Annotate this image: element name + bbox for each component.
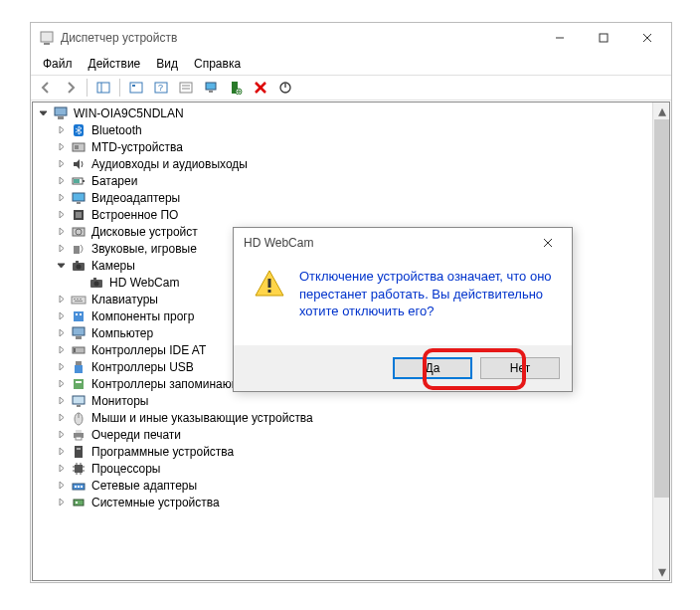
menu-view[interactable]: Вид — [148, 55, 186, 73]
svg-rect-68 — [75, 446, 83, 458]
tree-label: Аудиовходы и аудиовыходы — [89, 157, 250, 171]
computer-icon — [71, 325, 87, 341]
svg-rect-50 — [74, 311, 84, 321]
expander-icon[interactable] — [55, 191, 68, 204]
expander-icon[interactable] — [55, 360, 68, 373]
svg-rect-16 — [209, 91, 213, 93]
svg-rect-12 — [180, 83, 192, 93]
tree-root[interactable]: WIN-OIA9C5NDLAN — [33, 104, 652, 121]
menu-help[interactable]: Справка — [186, 55, 249, 73]
svg-rect-59 — [74, 379, 84, 389]
separator — [87, 79, 88, 97]
expander-icon[interactable] — [55, 309, 68, 322]
svg-rect-87 — [268, 279, 271, 288]
svg-rect-38 — [74, 246, 80, 254]
tree-label: Сетевые адаптеры — [89, 479, 199, 493]
close-button[interactable] — [625, 23, 669, 53]
tree-node[interactable]: Батареи — [33, 172, 652, 189]
toolbar-uninstall[interactable] — [250, 77, 271, 99]
tree-node[interactable]: Bluetooth — [33, 121, 652, 138]
monitor-icon — [71, 393, 87, 409]
toolbar-computer[interactable] — [200, 77, 222, 99]
expander-icon[interactable] — [55, 123, 68, 136]
tree-node[interactable]: Встроенное ПО — [33, 206, 652, 223]
yes-button[interactable]: Да — [393, 357, 472, 379]
tree-node[interactable]: MTD-устройства — [33, 138, 652, 155]
svg-rect-69 — [77, 448, 81, 450]
expander-icon[interactable] — [55, 293, 68, 305]
toolbar-properties[interactable] — [175, 77, 197, 99]
expander-icon[interactable] — [55, 394, 68, 407]
minimize-button[interactable] — [538, 23, 582, 53]
expander-icon[interactable] — [55, 326, 68, 339]
no-button[interactable]: Нет — [480, 357, 560, 379]
ide-icon — [71, 342, 87, 358]
keyboard-icon — [71, 292, 87, 307]
separator — [119, 79, 120, 97]
scrollbar[interactable]: ▴ ▾ — [652, 102, 669, 580]
tree-node[interactable]: Программные устройства — [33, 443, 652, 460]
expander-icon[interactable] — [55, 157, 68, 170]
tree-node[interactable]: Системные устройства — [33, 494, 652, 510]
tree-node[interactable]: Очереди печати — [33, 426, 652, 443]
svg-rect-82 — [81, 486, 83, 488]
tree-label: Встроенное ПО — [89, 208, 180, 222]
expander-icon[interactable] — [55, 479, 68, 492]
app-icon — [39, 30, 55, 46]
forward-button[interactable] — [60, 77, 82, 99]
expander-icon[interactable] — [55, 174, 68, 187]
menu-file[interactable]: Файл — [35, 55, 81, 73]
menu-action[interactable]: Действие — [81, 55, 149, 73]
expander-icon[interactable] — [55, 242, 68, 255]
expander-icon[interactable] — [55, 496, 68, 508]
expander-icon[interactable] — [55, 225, 68, 238]
dialog-close-button[interactable] — [528, 229, 568, 257]
svg-rect-67 — [76, 437, 82, 440]
tree-node[interactable]: Сетевые адаптеры — [33, 477, 652, 494]
back-button[interactable] — [35, 77, 57, 99]
tree-node[interactable]: Видеоадаптеры — [33, 189, 652, 206]
dialog-title: HD WebCam — [244, 236, 528, 250]
tree-node[interactable]: Процессоры — [33, 460, 652, 477]
expander-icon[interactable] — [55, 411, 68, 424]
svg-point-40 — [77, 264, 82, 269]
svg-rect-66 — [76, 430, 82, 433]
toolbar-help[interactable]: ? — [150, 77, 172, 99]
maximize-button[interactable] — [582, 23, 625, 53]
expander-icon[interactable] — [55, 445, 68, 458]
expander-icon[interactable] — [55, 377, 68, 390]
toolbar-add[interactable] — [225, 77, 247, 99]
scroll-down-icon[interactable]: ▾ — [653, 563, 670, 580]
expander-icon[interactable] — [55, 259, 68, 272]
software2-icon — [71, 444, 87, 460]
svg-rect-52 — [80, 313, 82, 315]
toolbar-disable[interactable] — [274, 77, 296, 99]
scroll-thumb[interactable] — [654, 119, 669, 498]
tree-node[interactable]: Мониторы — [33, 392, 652, 409]
expander-icon[interactable] — [55, 208, 68, 221]
svg-rect-41 — [76, 261, 79, 263]
expander-icon[interactable] — [55, 462, 68, 475]
expander-icon[interactable] — [37, 106, 50, 119]
tree-node[interactable]: Мыши и иные указывающие устройства — [33, 409, 652, 426]
svg-rect-80 — [75, 486, 77, 488]
camera-icon — [88, 275, 104, 291]
svg-rect-0 — [41, 32, 53, 42]
tree-label: Клавиатуры — [89, 293, 160, 306]
system-icon — [71, 495, 87, 510]
svg-rect-60 — [76, 381, 82, 383]
battery-icon — [71, 173, 87, 189]
expander-icon[interactable] — [55, 428, 68, 441]
tree-label: Системные устройства — [89, 496, 222, 509]
tree-node[interactable]: Аудиовходы и аудиовыходы — [33, 155, 652, 172]
titlebar: Диспетчер устройств — [31, 23, 671, 53]
scroll-up-icon[interactable]: ▴ — [653, 102, 670, 119]
cpu-icon — [71, 461, 87, 477]
toolbar-showhide[interactable] — [92, 77, 114, 99]
toolbar-scan[interactable] — [125, 77, 147, 99]
svg-rect-54 — [76, 336, 82, 339]
expander-icon[interactable] — [55, 140, 68, 153]
expander-icon[interactable] — [55, 343, 68, 356]
tree-label: HD WebCam — [107, 276, 181, 290]
svg-rect-53 — [73, 327, 85, 335]
